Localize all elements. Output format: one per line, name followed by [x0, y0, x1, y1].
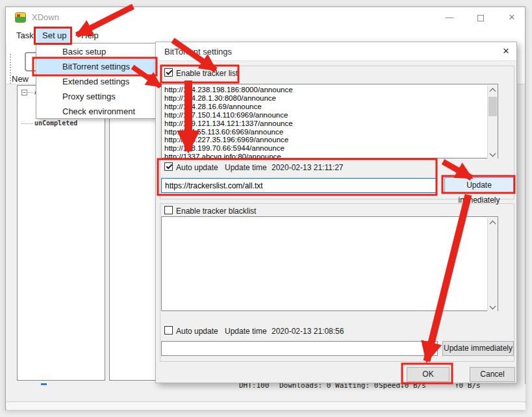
- menu-item-extended-settings[interactable]: Extended settings: [37, 74, 156, 89]
- dialog-title: BitTorrent settings: [164, 47, 232, 57]
- ok-button[interactable]: OK: [407, 367, 450, 382]
- tree-collapse-icon[interactable]: −: [21, 90, 27, 95]
- window-title: XDown: [32, 12, 59, 22]
- update-time-label-1: Update time: [225, 163, 267, 172]
- dialog-title-bar: BitTorrent settings ✕: [156, 42, 516, 61]
- blacklist-url-input[interactable]: [161, 341, 438, 356]
- menu-item-proxy-settings[interactable]: Proxy settings: [37, 89, 156, 104]
- enable-tracker-blacklist-label: Enable tracker blacklist: [176, 207, 256, 216]
- status-bar-lower-strip: [6, 403, 526, 410]
- close-icon[interactable]: ✕: [497, 7, 527, 28]
- scroll-down-icon[interactable]: [490, 151, 496, 157]
- update-time-value-1: 2020-02-13 21:11:27: [272, 163, 344, 172]
- scroll-up-icon[interactable]: [490, 221, 496, 227]
- cancel-button[interactable]: Cancel: [470, 367, 515, 382]
- tree-connector: [28, 92, 33, 93]
- menu-item-basic-setup[interactable]: Basic setup: [37, 44, 156, 59]
- toolbar-grip-handle[interactable]: [10, 54, 11, 84]
- menu-task[interactable]: Task: [11, 29, 39, 43]
- auto-update-checkbox-2[interactable]: [164, 326, 173, 335]
- screen: XDown — ✕ Task Set up Help New − All unC…: [0, 0, 532, 417]
- menu-help[interactable]: Help: [76, 29, 104, 43]
- category-tree-panel: − All unCompleted: [17, 85, 105, 381]
- task-list-panel: [109, 85, 160, 381]
- bittorrent-settings-dialog: BitTorrent settings ✕ Enable tracker lis…: [155, 42, 517, 383]
- splitter-handle[interactable]: [41, 383, 47, 385]
- new-task-button[interactable]: New: [12, 74, 29, 84]
- tree-item-uncompleted[interactable]: unCompleted: [34, 120, 77, 127]
- enable-tracker-list-checkbox[interactable]: [164, 68, 173, 77]
- menu-setup[interactable]: Set up: [37, 29, 72, 43]
- minimize-icon[interactable]: —: [435, 7, 464, 28]
- tree-connector: [21, 123, 33, 124]
- update-immediately-button-1[interactable]: Update immediately: [444, 177, 514, 194]
- tracker-list-textarea[interactable]: http://104.238.198.186:8000/announce htt…: [161, 84, 498, 158]
- auto-update-label-1: Auto update: [176, 163, 218, 172]
- update-time-value-2: 2020-02-13 21:08:56: [272, 327, 344, 336]
- enable-tracker-list-label: Enable tracker list: [176, 69, 238, 78]
- dialog-close-icon[interactable]: ✕: [496, 42, 516, 60]
- scroll-down-icon[interactable]: [490, 303, 496, 310]
- menu-item-bittorrent-settings[interactable]: BitTorrent settings: [37, 59, 156, 74]
- tracker-list-content: http://104.238.198.186:8000/announce htt…: [164, 86, 293, 159]
- update-time-label-2: Update time: [225, 327, 267, 336]
- app-icon: [15, 12, 26, 23]
- blacklist-scrollbar[interactable]: [487, 218, 498, 311]
- scrollbar-thumb[interactable]: [488, 97, 497, 116]
- tracker-list-scrollbar[interactable]: [487, 85, 498, 158]
- setup-dropdown-menu: Basic setup BitTorrent settings Extended…: [36, 43, 157, 119]
- tracker-blacklist-textarea[interactable]: [161, 216, 498, 311]
- title-bar: XDown — ✕: [6, 7, 525, 28]
- update-immediately-button-2[interactable]: Update immediately: [442, 341, 514, 356]
- maximize-icon[interactable]: [466, 7, 496, 28]
- menu-item-check-environment[interactable]: Check environment: [37, 104, 156, 119]
- auto-update-checkbox-1[interactable]: [164, 162, 173, 171]
- scroll-up-icon[interactable]: [490, 88, 496, 95]
- tracker-url-input[interactable]: https://trackerslist.com/all.txt: [161, 178, 437, 193]
- auto-update-label-2: Auto update: [176, 327, 218, 336]
- enable-tracker-blacklist-checkbox[interactable]: [164, 206, 173, 214]
